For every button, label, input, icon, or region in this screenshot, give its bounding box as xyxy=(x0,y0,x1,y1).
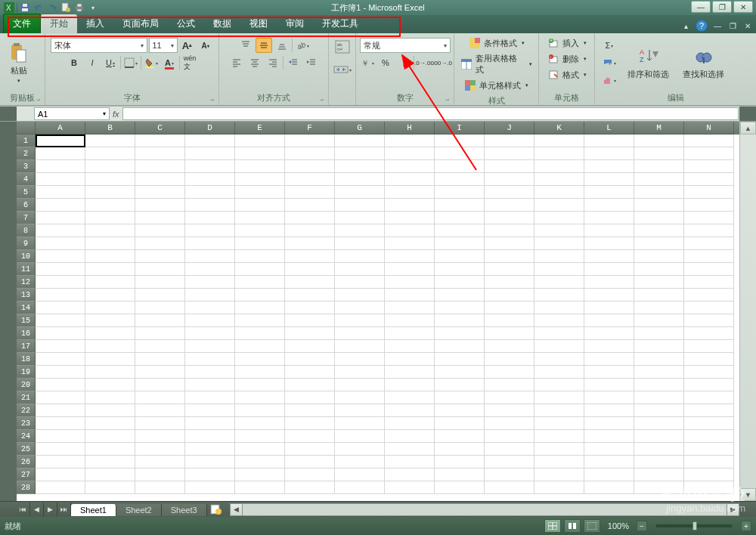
cell[interactable] xyxy=(485,135,534,147)
cell[interactable] xyxy=(584,212,634,224)
cell[interactable] xyxy=(634,186,684,199)
new-sheet-button[interactable] xyxy=(207,504,225,515)
cell[interactable] xyxy=(435,340,485,353)
zoom-level[interactable]: 100% xyxy=(608,521,629,530)
format-cells-button[interactable]: 格式▾ xyxy=(546,68,588,82)
cell[interactable] xyxy=(485,302,534,314)
row-header[interactable]: 5 xyxy=(17,186,36,199)
cell[interactable] xyxy=(85,430,135,443)
cell[interactable] xyxy=(684,250,734,263)
cell[interactable] xyxy=(36,302,85,314)
excel-app-icon[interactable]: X xyxy=(3,2,15,14)
cell[interactable] xyxy=(135,404,185,417)
cell[interactable] xyxy=(385,353,435,366)
cell[interactable] xyxy=(584,340,634,353)
cell[interactable] xyxy=(435,366,485,379)
cell[interactable] xyxy=(385,212,435,224)
cell[interactable] xyxy=(385,263,435,276)
cell[interactable] xyxy=(634,314,684,327)
cell[interactable] xyxy=(385,186,435,199)
cell[interactable] xyxy=(534,237,584,250)
cell[interactable] xyxy=(534,340,584,353)
cell[interactable] xyxy=(584,430,634,443)
cell[interactable] xyxy=(584,289,634,302)
cell[interactable] xyxy=(435,160,485,173)
cell[interactable] xyxy=(684,289,734,302)
cell[interactable] xyxy=(385,173,435,186)
cell[interactable] xyxy=(36,417,85,430)
cell[interactable] xyxy=(684,276,734,289)
cell[interactable] xyxy=(85,353,135,366)
cell[interactable] xyxy=(85,160,135,173)
cell[interactable] xyxy=(584,456,634,469)
cell[interactable] xyxy=(584,160,634,173)
cell[interactable] xyxy=(684,263,734,276)
cell[interactable] xyxy=(684,327,734,340)
delete-cells-button[interactable]: -删除▾ xyxy=(546,52,588,66)
percent-button[interactable]: % xyxy=(377,55,394,70)
cell[interactable] xyxy=(385,135,435,147)
help-icon[interactable]: ? xyxy=(696,20,708,32)
column-header[interactable]: G xyxy=(335,122,385,135)
cell[interactable] xyxy=(584,417,634,430)
cell[interactable] xyxy=(36,212,85,224)
cell[interactable] xyxy=(335,481,385,494)
cell[interactable] xyxy=(185,263,235,276)
cell[interactable] xyxy=(235,186,285,199)
new-icon[interactable] xyxy=(60,2,72,14)
cell[interactable] xyxy=(435,250,485,263)
cell[interactable] xyxy=(36,314,85,327)
cell[interactable] xyxy=(285,302,335,314)
cell[interactable] xyxy=(634,353,684,366)
zoom-out-button[interactable]: − xyxy=(637,521,647,531)
cell[interactable] xyxy=(435,224,485,237)
row-header[interactable]: 9 xyxy=(17,237,36,250)
cell[interactable] xyxy=(135,469,185,481)
cell[interactable] xyxy=(36,173,85,186)
cell[interactable] xyxy=(335,263,385,276)
cell[interactable] xyxy=(135,327,185,340)
column-header[interactable]: D xyxy=(185,122,235,135)
cell[interactable] xyxy=(335,212,385,224)
cell[interactable] xyxy=(85,379,135,391)
cell[interactable] xyxy=(85,199,135,212)
cell[interactable] xyxy=(235,353,285,366)
cell[interactable] xyxy=(634,224,684,237)
phonetic-button[interactable]: wén文 xyxy=(181,55,198,70)
cell[interactable] xyxy=(684,469,734,481)
cell[interactable] xyxy=(335,224,385,237)
cell[interactable] xyxy=(185,199,235,212)
cell[interactable] xyxy=(335,469,385,481)
cell[interactable] xyxy=(684,340,734,353)
cell[interactable] xyxy=(85,443,135,456)
formula-input[interactable] xyxy=(122,107,739,120)
row-header[interactable]: 12 xyxy=(17,276,36,289)
row-header[interactable]: 21 xyxy=(17,391,36,404)
cell[interactable] xyxy=(285,404,335,417)
cell[interactable] xyxy=(485,353,534,366)
font-size-combo[interactable]: 11▾ xyxy=(149,38,178,53)
cell[interactable] xyxy=(485,430,534,443)
cell[interactable] xyxy=(185,469,235,481)
cell[interactable] xyxy=(285,147,335,160)
cell[interactable] xyxy=(385,366,435,379)
cell[interactable] xyxy=(435,289,485,302)
column-header[interactable]: M xyxy=(634,122,684,135)
zoom-in-button[interactable]: + xyxy=(741,521,751,531)
cell[interactable] xyxy=(584,173,634,186)
cell[interactable] xyxy=(285,430,335,443)
cell[interactable] xyxy=(335,289,385,302)
decrease-decimal-button[interactable]: .00→.0 xyxy=(434,55,451,70)
cell[interactable] xyxy=(135,366,185,379)
cell[interactable] xyxy=(485,276,534,289)
column-header[interactable]: C xyxy=(135,122,185,135)
cell[interactable] xyxy=(135,353,185,366)
minimize-ribbon-icon[interactable]: ▴ xyxy=(680,21,691,30)
cell[interactable] xyxy=(36,443,85,456)
cell[interactable] xyxy=(385,443,435,456)
cell[interactable] xyxy=(385,404,435,417)
cell[interactable] xyxy=(285,135,335,147)
cell[interactable] xyxy=(385,340,435,353)
cell[interactable] xyxy=(534,443,584,456)
row-header[interactable]: 13 xyxy=(17,289,36,302)
